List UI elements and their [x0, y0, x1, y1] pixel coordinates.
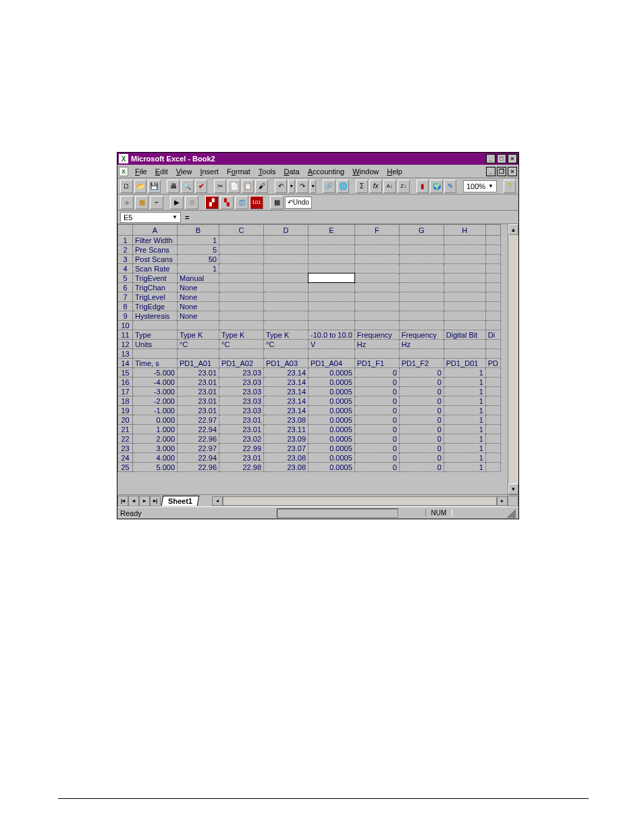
drawing-icon[interactable]: ✎: [444, 180, 457, 193]
cell[interactable]: Type: [133, 330, 178, 340]
cell[interactable]: 5: [178, 245, 219, 255]
cell[interactable]: °C: [178, 340, 219, 349]
cell[interactable]: 0: [399, 444, 444, 453]
cell[interactable]: TrigEdge: [133, 302, 178, 311]
cell[interactable]: 23.08: [264, 415, 308, 425]
menu-edit[interactable]: Edit: [151, 166, 172, 177]
cell[interactable]: 23.02: [219, 434, 264, 444]
cell[interactable]: 1: [444, 453, 485, 463]
cell[interactable]: [264, 245, 308, 255]
cell[interactable]: [219, 255, 264, 264]
cell[interactable]: PD1_F2: [399, 359, 444, 368]
redo-dropdown-icon[interactable]: ▼: [310, 180, 316, 193]
row-header[interactable]: 10: [118, 321, 133, 330]
menu-accounting[interactable]: Accounting: [304, 166, 348, 177]
cell[interactable]: [485, 245, 500, 255]
horizontal-scrollbar[interactable]: [223, 496, 497, 506]
cell[interactable]: -1.000: [133, 406, 178, 415]
row-header[interactable]: 12: [118, 340, 133, 349]
menu-data[interactable]: Data: [279, 166, 303, 177]
cell[interactable]: [444, 302, 485, 311]
cell[interactable]: 23.14: [264, 396, 308, 406]
cell[interactable]: Hysteresis: [133, 311, 178, 321]
cell[interactable]: 23.03: [219, 396, 264, 406]
row-header[interactable]: 9: [118, 311, 133, 321]
cell[interactable]: 23.14: [264, 406, 308, 415]
cell[interactable]: [399, 236, 444, 245]
cell[interactable]: 23.01: [178, 387, 219, 396]
cell[interactable]: [485, 321, 500, 330]
row-header[interactable]: 16: [118, 377, 133, 387]
save-icon[interactable]: 💾: [148, 180, 161, 193]
cell[interactable]: [219, 283, 264, 292]
menu-file[interactable]: File: [131, 166, 151, 177]
maximize-button[interactable]: □: [497, 154, 506, 163]
tool-chart3-icon[interactable]: ◫: [235, 196, 248, 209]
cell[interactable]: 0: [354, 406, 399, 415]
cell[interactable]: [485, 349, 500, 359]
cell[interactable]: [485, 283, 500, 292]
cell[interactable]: [485, 255, 500, 264]
cell[interactable]: 23.01: [178, 396, 219, 406]
select-all-corner[interactable]: [118, 225, 133, 236]
cell[interactable]: [399, 283, 444, 292]
tab-nav-first-icon[interactable]: |◂: [117, 496, 128, 506]
cell[interactable]: 23.03: [219, 387, 264, 396]
menu-view[interactable]: View: [172, 166, 196, 177]
cell[interactable]: PD1_A03: [264, 359, 308, 368]
scroll-up-icon[interactable]: ▲: [508, 224, 518, 235]
close-button[interactable]: ×: [508, 154, 517, 163]
open-icon[interactable]: 📂: [134, 180, 147, 193]
cell[interactable]: 0.0005: [308, 396, 355, 406]
cell[interactable]: [133, 321, 178, 330]
cell[interactable]: 22.98: [219, 463, 264, 472]
cell[interactable]: [264, 273, 308, 283]
cell[interactable]: [485, 368, 500, 377]
cell[interactable]: [399, 273, 444, 283]
cell[interactable]: [264, 236, 308, 245]
cell[interactable]: 5.000: [133, 463, 178, 472]
cell[interactable]: PD: [485, 359, 500, 368]
cell[interactable]: [308, 321, 355, 330]
cell[interactable]: [354, 349, 399, 359]
tool-chart1-icon[interactable]: ▞: [205, 196, 219, 209]
cell[interactable]: [354, 292, 399, 302]
cell[interactable]: 0.0005: [308, 387, 355, 396]
menu-insert[interactable]: Insert: [196, 166, 223, 177]
cell[interactable]: [264, 349, 308, 359]
cell[interactable]: None: [178, 302, 219, 311]
cell[interactable]: [354, 236, 399, 245]
cut-icon[interactable]: ✂: [214, 180, 227, 193]
cell[interactable]: None: [178, 283, 219, 292]
tool-slider-icon[interactable]: ⫟: [150, 196, 163, 209]
cell[interactable]: [444, 236, 485, 245]
cell[interactable]: [354, 273, 399, 283]
cell[interactable]: 0.0005: [308, 434, 355, 444]
row-header[interactable]: 7: [118, 292, 133, 302]
cell[interactable]: [399, 311, 444, 321]
cell[interactable]: 23.09: [264, 434, 308, 444]
cell[interactable]: [308, 255, 355, 264]
tab-nav-last-icon[interactable]: ▸|: [150, 496, 161, 506]
cell[interactable]: [485, 415, 500, 425]
cell[interactable]: [308, 302, 355, 311]
scroll-down-icon[interactable]: ▼: [508, 484, 518, 494]
print-preview-icon[interactable]: 🔍: [181, 180, 194, 193]
cell[interactable]: [219, 302, 264, 311]
cell[interactable]: 0.0005: [308, 444, 355, 453]
cell[interactable]: 0.000: [133, 415, 178, 425]
cell[interactable]: 0: [399, 415, 444, 425]
cell[interactable]: 0: [399, 463, 444, 472]
tool-table-icon[interactable]: ▦: [270, 196, 284, 209]
cell[interactable]: 1: [444, 444, 485, 453]
sort-asc-icon[interactable]: A↓: [383, 180, 396, 193]
cell[interactable]: 23.08: [264, 453, 308, 463]
cell[interactable]: [444, 245, 485, 255]
cell[interactable]: PD1_A02: [219, 359, 264, 368]
tool-undo-button[interactable]: ↶Undo: [285, 197, 312, 209]
cell[interactable]: [308, 283, 355, 292]
cell[interactable]: [354, 311, 399, 321]
cell[interactable]: [354, 264, 399, 273]
name-box[interactable]: E5▼: [120, 212, 181, 223]
cell[interactable]: Pre Scans: [133, 245, 178, 255]
